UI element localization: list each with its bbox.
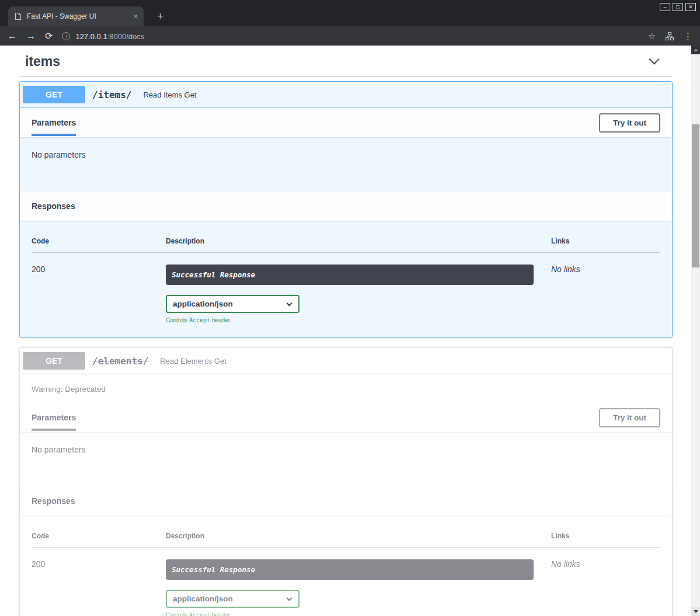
no-parameters-text: No parameters bbox=[20, 432, 672, 486]
try-it-out-button[interactable]: Try it out bbox=[599, 408, 660, 427]
response-links: No links bbox=[551, 265, 660, 323]
column-header-code: Code bbox=[32, 532, 166, 540]
accept-note-prefix: Controls bbox=[166, 317, 189, 323]
browser-tab[interactable]: Fast API - Swagger UI ✕ bbox=[8, 6, 144, 26]
new-tab-button[interactable]: + bbox=[152, 8, 168, 24]
close-button[interactable]: ✕ bbox=[685, 3, 696, 11]
tab-close-icon[interactable]: ✕ bbox=[133, 13, 138, 20]
operation-description: Read Items Get bbox=[143, 91, 196, 99]
page-scrollbar[interactable] bbox=[691, 46, 700, 616]
deprecated-warning: Warning: Deprecated bbox=[20, 374, 672, 403]
operation-summary[interactable]: GET /items/ Read Items Get bbox=[20, 82, 672, 108]
browser-titlebar: Fast API - Swagger UI ✕ + – □ ✕ bbox=[0, 0, 700, 26]
column-header-links: Links bbox=[551, 237, 660, 245]
triangle-up-icon bbox=[694, 48, 698, 51]
maximize-button[interactable]: □ bbox=[673, 3, 683, 11]
response-description: Successful Response bbox=[166, 559, 534, 580]
opblock-get-elements-deprecated: GET /elements/ Read Elements Get Warning… bbox=[19, 347, 673, 616]
try-it-out-button[interactable]: Try it out bbox=[599, 113, 660, 133]
accept-note-code: Accept bbox=[189, 317, 210, 323]
forward-icon[interactable]: → bbox=[26, 32, 36, 41]
operation-summary[interactable]: GET /elements/ Read Elements Get bbox=[20, 348, 672, 374]
menu-kebab-icon[interactable]: ⋮ bbox=[684, 32, 692, 40]
response-description: Successful Response bbox=[166, 265, 534, 285]
parameters-header: Parameters Try it out bbox=[20, 108, 672, 137]
parameters-tab[interactable]: Parameters bbox=[32, 413, 76, 422]
collapse-section-icon[interactable] bbox=[649, 54, 659, 64]
url-bar[interactable]: i 127.0.0.1:8000/docs bbox=[62, 31, 638, 41]
triangle-down-icon bbox=[694, 610, 698, 613]
response-links: No links bbox=[551, 559, 660, 616]
accept-note-suffix: header. bbox=[210, 317, 231, 323]
parameters-tab[interactable]: Parameters bbox=[32, 118, 76, 127]
operation-description: Read Elements Get bbox=[160, 357, 226, 366]
sitemap-icon[interactable] bbox=[665, 32, 674, 41]
media-type-value: application/json bbox=[173, 594, 233, 603]
scroll-down-button[interactable] bbox=[691, 607, 700, 616]
reload-icon[interactable]: ⟳ bbox=[45, 32, 53, 41]
chevron-down-icon bbox=[287, 301, 292, 307]
no-parameters-text: No parameters bbox=[20, 137, 672, 192]
url-path: :8000/docs bbox=[107, 32, 145, 41]
accept-header-note: Controls Accept header. bbox=[166, 612, 551, 616]
scrollbar-thumb[interactable] bbox=[692, 124, 699, 267]
window-controls: – □ ✕ bbox=[660, 3, 696, 11]
minimize-button[interactable]: – bbox=[660, 3, 670, 11]
accept-note-suffix: header. bbox=[210, 612, 231, 616]
responses-table: Code Description Links 200 Successful Re… bbox=[20, 221, 672, 337]
accept-note-prefix: Controls bbox=[166, 612, 189, 616]
response-row: 200 Successful Response application/json… bbox=[32, 253, 660, 326]
media-type-value: application/json bbox=[173, 300, 233, 308]
column-header-description: Description bbox=[166, 237, 551, 245]
responses-table: Code Description Links 200 Successful Re… bbox=[20, 516, 672, 616]
accept-header-note: Controls Accept header. bbox=[166, 317, 551, 323]
site-info-icon[interactable]: i bbox=[62, 32, 70, 40]
responses-title: Responses bbox=[32, 201, 75, 211]
chevron-down-icon bbox=[287, 596, 292, 601]
browser-navbar: ← → ⟳ i 127.0.0.1:8000/docs ☆ ⋮ bbox=[0, 26, 700, 46]
back-icon[interactable]: ← bbox=[8, 32, 17, 41]
media-type-select[interactable]: application/json bbox=[166, 590, 299, 608]
response-code: 200 bbox=[32, 265, 166, 323]
opblock-get-items: GET /items/ Read Items Get Parameters Tr… bbox=[19, 81, 673, 338]
column-header-code: Code bbox=[32, 237, 166, 245]
operation-path: /items/ bbox=[92, 89, 131, 100]
parameters-header: Parameters Try it out bbox=[20, 403, 672, 432]
responses-header: Responses bbox=[20, 486, 672, 516]
responses-header: Responses bbox=[20, 192, 672, 221]
media-type-select[interactable]: application/json bbox=[166, 295, 299, 313]
bookmark-star-icon[interactable]: ☆ bbox=[648, 32, 656, 40]
method-badge: GET bbox=[23, 86, 85, 103]
response-code: 200 bbox=[32, 559, 166, 616]
responses-title: Responses bbox=[32, 496, 75, 506]
method-badge: GET bbox=[23, 352, 85, 370]
page-favicon-icon bbox=[15, 12, 22, 20]
tab-title: Fast API - Swagger UI bbox=[27, 12, 128, 20]
column-header-description: Description bbox=[166, 532, 551, 540]
response-row: 200 Successful Response application/json… bbox=[32, 548, 660, 616]
scroll-up-button[interactable] bbox=[691, 46, 700, 54]
url-host: 127.0.0.1 bbox=[75, 32, 107, 41]
tag-section-header[interactable]: items bbox=[19, 46, 673, 77]
column-header-links: Links bbox=[551, 532, 660, 540]
operation-path: /elements/ bbox=[92, 356, 148, 367]
tag-title: items bbox=[25, 54, 60, 69]
swagger-page: items GET /items/ Read Items Get Paramet… bbox=[0, 46, 700, 616]
accept-note-code: Accept bbox=[189, 612, 210, 616]
